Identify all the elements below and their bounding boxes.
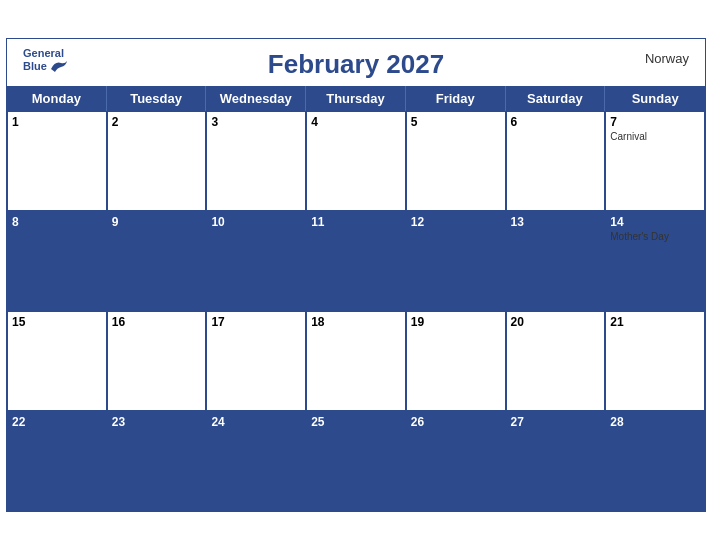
- cal-date-number: 21: [610, 315, 700, 329]
- cal-cell-5: 5: [406, 111, 506, 211]
- cal-date-number: 15: [12, 315, 102, 329]
- day-header-saturday: Saturday: [506, 86, 606, 111]
- cal-cell-15: 15: [7, 311, 107, 411]
- cal-date-number: 4: [311, 115, 401, 129]
- cal-cell-1: 1: [7, 111, 107, 211]
- logo-blue-text: Blue: [23, 60, 47, 72]
- cal-event-label: Carnival: [610, 131, 700, 142]
- day-headers: MondayTuesdayWednesdayThursdayFridaySatu…: [7, 86, 705, 111]
- cal-date-number: 2: [112, 115, 202, 129]
- cal-cell-8: 8: [7, 211, 107, 311]
- cal-cell-25: 25: [306, 411, 406, 511]
- cal-date-number: 16: [112, 315, 202, 329]
- cal-cell-4: 4: [306, 111, 406, 211]
- cal-cell-16: 16: [107, 311, 207, 411]
- cal-date-number: 28: [610, 415, 700, 429]
- cal-date-number: 3: [211, 115, 301, 129]
- cal-date-number: 18: [311, 315, 401, 329]
- cal-cell-18: 18: [306, 311, 406, 411]
- week-row-2: 891011121314Mother's Day: [7, 211, 705, 311]
- cal-cell-20: 20: [506, 311, 606, 411]
- day-header-friday: Friday: [406, 86, 506, 111]
- week-row-1: 1234567Carnival: [7, 111, 705, 211]
- cal-cell-13: 13: [506, 211, 606, 311]
- cal-date-number: 11: [311, 215, 401, 229]
- cal-date-number: 20: [511, 315, 601, 329]
- cal-date-number: 22: [12, 415, 102, 429]
- cal-date-number: 9: [112, 215, 202, 229]
- cal-cell-27: 27: [506, 411, 606, 511]
- day-header-sunday: Sunday: [605, 86, 705, 111]
- cal-cell-11: 11: [306, 211, 406, 311]
- cal-date-number: 7: [610, 115, 700, 129]
- cal-cell-10: 10: [206, 211, 306, 311]
- logo: General Blue: [23, 47, 69, 73]
- cal-cell-17: 17: [206, 311, 306, 411]
- cal-cell-14: 14Mother's Day: [605, 211, 705, 311]
- cal-event-label: Mother's Day: [610, 231, 700, 242]
- day-header-thursday: Thursday: [306, 86, 406, 111]
- cal-date-number: 6: [511, 115, 601, 129]
- week-row-4: 22232425262728: [7, 411, 705, 511]
- calendar: General Blue February 2027 Norway Monday…: [6, 38, 706, 512]
- cal-cell-6: 6: [506, 111, 606, 211]
- cal-date-number: 12: [411, 215, 501, 229]
- calendar-title: February 2027: [268, 49, 444, 80]
- cal-date-number: 24: [211, 415, 301, 429]
- cal-date-number: 13: [511, 215, 601, 229]
- week-row-3: 15161718192021: [7, 311, 705, 411]
- logo-bird-icon: [49, 59, 69, 73]
- cal-date-number: 10: [211, 215, 301, 229]
- cal-cell-24: 24: [206, 411, 306, 511]
- cal-cell-28: 28: [605, 411, 705, 511]
- cal-cell-19: 19: [406, 311, 506, 411]
- day-header-tuesday: Tuesday: [107, 86, 207, 111]
- country-label: Norway: [645, 51, 689, 66]
- cal-date-number: 8: [12, 215, 102, 229]
- calendar-grid: 1234567Carnival891011121314Mother's Day1…: [7, 111, 705, 511]
- cal-date-number: 25: [311, 415, 401, 429]
- cal-cell-22: 22: [7, 411, 107, 511]
- logo-general-text: General: [23, 47, 64, 59]
- cal-date-number: 27: [511, 415, 601, 429]
- cal-cell-3: 3: [206, 111, 306, 211]
- cal-date-number: 19: [411, 315, 501, 329]
- day-header-monday: Monday: [7, 86, 107, 111]
- cal-date-number: 5: [411, 115, 501, 129]
- cal-cell-12: 12: [406, 211, 506, 311]
- cal-cell-7: 7Carnival: [605, 111, 705, 211]
- cal-cell-26: 26: [406, 411, 506, 511]
- cal-date-number: 26: [411, 415, 501, 429]
- cal-cell-21: 21: [605, 311, 705, 411]
- cal-cell-2: 2: [107, 111, 207, 211]
- cal-date-number: 23: [112, 415, 202, 429]
- cal-cell-9: 9: [107, 211, 207, 311]
- cal-date-number: 14: [610, 215, 700, 229]
- cal-date-number: 1: [12, 115, 102, 129]
- cal-date-number: 17: [211, 315, 301, 329]
- day-header-wednesday: Wednesday: [206, 86, 306, 111]
- cal-cell-23: 23: [107, 411, 207, 511]
- calendar-header: General Blue February 2027 Norway: [7, 39, 705, 86]
